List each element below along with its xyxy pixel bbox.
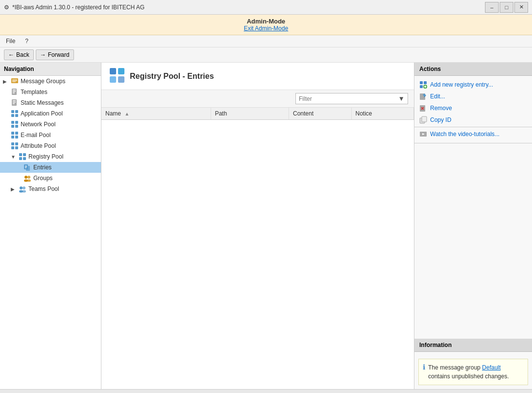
sidebar-label-application-pool: Application Pool <box>21 110 63 117</box>
svg-rect-24 <box>11 142 14 145</box>
info-header: Information <box>414 339 532 352</box>
svg-rect-16 <box>11 121 14 124</box>
menu-bar: File ? <box>0 35 532 47</box>
svg-rect-29 <box>23 153 26 156</box>
sidebar-item-attribute-pool[interactable]: Attribute Pool <box>0 140 101 151</box>
col-header-content[interactable]: Content <box>289 108 352 120</box>
expand-arrow-teams-pool: ▶ <box>11 186 17 192</box>
info-content: ℹ The message group Default contains unp… <box>418 359 528 385</box>
registry-pool-icon <box>19 153 26 161</box>
sidebar-item-groups[interactable]: Groups <box>0 173 101 184</box>
svg-rect-10 <box>13 102 16 103</box>
menu-help[interactable]: ? <box>23 37 30 46</box>
content-header-icon <box>109 68 125 85</box>
action-watch-tutorials-label: Watch the video-tutorials... <box>430 131 500 138</box>
info-default-link[interactable]: Default <box>482 364 501 371</box>
svg-rect-46 <box>118 68 124 74</box>
svg-rect-13 <box>15 110 18 113</box>
expand-arrow-message-groups: ▶ <box>3 79 9 84</box>
back-label: Back <box>16 51 29 58</box>
col-header-name[interactable]: Name ▲ <box>101 108 211 120</box>
sidebar-item-templates[interactable]: Templates <box>0 87 101 97</box>
svg-rect-12 <box>11 110 14 113</box>
back-button[interactable]: ← Back <box>4 49 34 60</box>
exit-admin-mode-link[interactable]: Exit Admin-Mode <box>0 25 532 32</box>
svg-rect-22 <box>11 136 14 139</box>
email-pool-icon <box>11 131 19 139</box>
teams-pool-icon <box>19 185 26 193</box>
svg-point-37 <box>24 176 27 179</box>
window-controls: – □ ✕ <box>485 2 528 13</box>
expand-arrow-registry-pool: ▼ <box>11 154 17 160</box>
sidebar-label-attribute-pool: Attribute Pool <box>21 142 56 149</box>
app-title: *IBI-aws Admin 1.30.0 - registered for I… <box>12 4 145 11</box>
menu-file[interactable]: File <box>4 37 17 46</box>
info-content-wrapper: ℹ The message group Default contains unp… <box>414 352 532 389</box>
title-bar: ⚙ *IBI-aws Admin 1.30.0 - registered for… <box>0 0 532 15</box>
filter-dropdown-button[interactable]: ▼ <box>395 93 408 104</box>
svg-rect-27 <box>15 146 18 149</box>
svg-point-44 <box>22 190 26 193</box>
svg-rect-11 <box>13 103 15 104</box>
svg-rect-6 <box>13 91 16 92</box>
sidebar-label-email-pool: E-mail Pool <box>21 132 50 139</box>
message-groups-icon <box>11 77 19 85</box>
svg-rect-51 <box>420 85 423 88</box>
sidebar-item-network-pool[interactable]: Network Pool <box>0 119 101 130</box>
svg-rect-15 <box>15 114 18 117</box>
sidebar-item-email-pool[interactable]: E-mail Pool <box>0 130 101 140</box>
main-layout: Navigation ▶ Message Groups <box>0 63 532 389</box>
svg-rect-30 <box>19 157 22 160</box>
maximize-button[interactable]: □ <box>500 2 513 13</box>
sidebar-item-message-groups[interactable]: ▶ Message Groups <box>0 76 101 87</box>
content-title: Registry Pool - Entries <box>130 72 214 81</box>
app-icon: ⚙ <box>4 4 9 11</box>
filter-input[interactable] <box>296 94 395 104</box>
admin-mode-title: Admin-Mode <box>0 18 532 25</box>
sidebar-item-entries[interactable]: Entries <box>0 162 101 173</box>
svg-rect-28 <box>19 153 22 156</box>
action-edit-label: Edit... <box>430 93 445 100</box>
action-copy-id-label: Copy ID <box>430 116 451 123</box>
add-new-icon <box>419 81 427 89</box>
minimize-button[interactable]: – <box>485 2 499 13</box>
svg-rect-50 <box>424 81 427 84</box>
table-header-row: Name ▲ Path Content Notice <box>101 108 414 120</box>
forward-label: Forward <box>48 51 70 58</box>
entries-icon <box>24 163 31 171</box>
copy-id-icon <box>419 116 427 124</box>
action-watch-tutorials[interactable]: Watch the video-tutorials... <box>414 128 532 140</box>
col-header-path[interactable]: Path <box>211 108 289 120</box>
actions-divider <box>414 127 532 127</box>
sidebar-label-teams-pool: Teams Pool <box>28 185 59 192</box>
svg-point-40 <box>27 180 31 182</box>
action-add-new-label: Add new registry entry... <box>430 81 493 88</box>
forward-button[interactable]: → Forward <box>36 49 74 60</box>
sidebar-item-teams-pool[interactable]: ▶ Teams Pool <box>0 184 101 194</box>
svg-point-42 <box>23 186 25 189</box>
action-copy-id[interactable]: Copy ID <box>414 114 532 126</box>
actions-list: Add new registry entry... Edit... <box>414 76 532 143</box>
back-icon: ← <box>8 51 14 58</box>
static-messages-icon <box>11 99 19 107</box>
svg-point-41 <box>20 186 23 189</box>
sidebar-item-application-pool[interactable]: Application Pool <box>0 108 101 119</box>
action-remove[interactable]: Remove <box>414 102 532 114</box>
sidebar-label-registry-pool: Registry Pool <box>28 153 63 160</box>
status-bar: C:\IBI-aws\Admin\Data.xml <box>0 389 532 393</box>
data-table: Name ▲ Path Content Notice <box>101 108 414 120</box>
close-button[interactable]: ✕ <box>514 2 528 13</box>
svg-rect-17 <box>15 121 18 124</box>
info-text-before: The message group <box>428 364 482 371</box>
svg-point-38 <box>27 176 30 179</box>
action-add-new[interactable]: Add new registry entry... <box>414 79 532 91</box>
col-header-notice[interactable]: Notice <box>351 108 414 120</box>
nav-header: Navigation <box>0 63 101 76</box>
sidebar-label-templates: Templates <box>21 89 48 95</box>
action-edit[interactable]: Edit... <box>414 91 532 102</box>
data-table-wrapper: Name ▲ Path Content Notice <box>101 108 414 389</box>
filter-bar: ▼ <box>101 90 414 108</box>
sidebar-item-registry-pool[interactable]: ▼ Registry Pool <box>0 151 101 162</box>
network-pool-icon <box>11 120 19 128</box>
sidebar-item-static-messages[interactable]: Static Messages <box>0 97 101 108</box>
